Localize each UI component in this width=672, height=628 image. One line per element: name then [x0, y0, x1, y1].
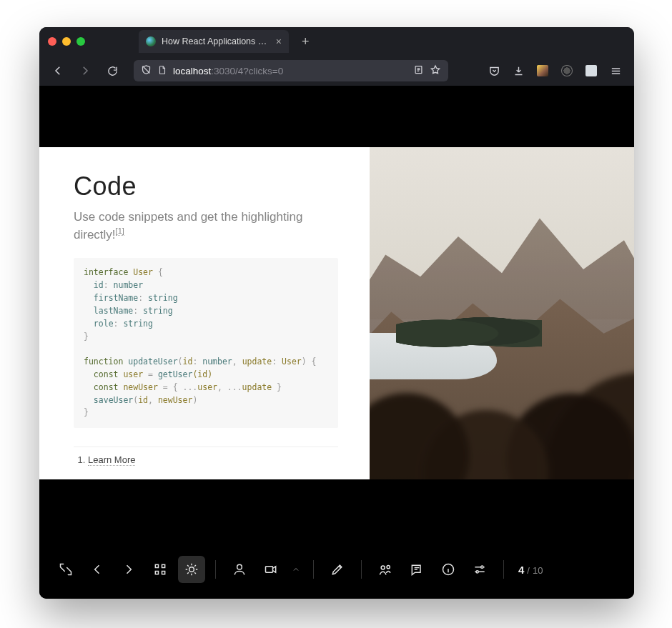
- browser-toolbar: localhost:3030/4?clicks=0: [39, 56, 634, 86]
- extension-icon-1[interactable]: [533, 61, 553, 81]
- separator: [215, 560, 216, 579]
- presenter-toolbar: 4 / 10: [39, 540, 634, 599]
- tab-close-button[interactable]: ×: [276, 36, 282, 46]
- svg-rect-1: [155, 564, 158, 567]
- slide-content: Code Use code snippets and get the highl…: [39, 147, 370, 479]
- reader-mode-icon[interactable]: [413, 64, 424, 77]
- toolbar-right: [484, 61, 626, 81]
- footnote-link[interactable]: Learn More: [88, 454, 135, 466]
- pocket-icon[interactable]: [484, 61, 504, 81]
- separator: [313, 560, 314, 579]
- fullscreen-button[interactable]: [52, 556, 79, 583]
- overview-button[interactable]: [147, 556, 174, 583]
- slide-title: Code: [74, 171, 338, 201]
- reload-button[interactable]: [102, 61, 122, 81]
- forward-button[interactable]: [75, 61, 95, 81]
- record-button[interactable]: [257, 556, 285, 583]
- window-maximize-button[interactable]: [76, 37, 85, 46]
- presenter-button[interactable]: [226, 556, 253, 583]
- info-button[interactable]: [435, 556, 462, 583]
- record-menu-caret[interactable]: [289, 565, 303, 574]
- code-block: interface User { id: number firstName: s…: [74, 258, 338, 428]
- site-info-icon[interactable]: [157, 65, 167, 77]
- extension-icon-3[interactable]: [581, 61, 601, 81]
- tab-title: How React Applications Get Hac: [162, 36, 270, 46]
- svg-rect-7: [266, 567, 273, 572]
- footnote-ref[interactable]: [1]: [116, 226, 124, 236]
- svg-rect-3: [155, 572, 158, 574]
- svg-point-8: [381, 566, 385, 569]
- next-slide-button[interactable]: [115, 556, 142, 583]
- new-tab-button[interactable]: +: [302, 34, 310, 49]
- share-button[interactable]: [372, 556, 399, 583]
- slide-counter: 4 / 10: [518, 564, 543, 576]
- slide: Code Use code snippets and get the highl…: [39, 147, 634, 479]
- viewport: Code Use code snippets and get the highl…: [39, 86, 634, 540]
- titlebar: How React Applications Get Hac × +: [39, 27, 634, 56]
- bookmark-icon[interactable]: [430, 64, 441, 78]
- extension-icon-2[interactable]: [557, 61, 577, 81]
- draw-button[interactable]: [324, 556, 351, 583]
- svg-point-12: [476, 571, 478, 573]
- window-close-button[interactable]: [48, 37, 56, 46]
- footnotes: Learn More: [74, 447, 338, 465]
- total-slides: 10: [533, 565, 543, 576]
- svg-rect-4: [162, 572, 165, 574]
- window-controls: [48, 37, 85, 46]
- separator: [503, 560, 504, 579]
- slide-subtitle: Use code snippets and get the highlighti…: [74, 209, 338, 244]
- footnote-item: Learn More: [88, 454, 338, 465]
- settings-button[interactable]: [466, 556, 493, 583]
- svg-rect-2: [162, 564, 165, 567]
- slide-image: [370, 147, 634, 479]
- back-button[interactable]: [48, 61, 68, 81]
- downloads-icon[interactable]: [508, 61, 528, 81]
- tab-favicon: [146, 36, 156, 46]
- landscape-image: [370, 147, 634, 479]
- url-text: localhost:3030/4?clicks=0: [173, 66, 407, 76]
- separator: [361, 560, 362, 579]
- tracking-protection-icon[interactable]: [141, 64, 152, 77]
- notes-button[interactable]: [403, 556, 430, 583]
- current-slide: 4: [518, 564, 524, 576]
- svg-point-6: [237, 564, 242, 569]
- address-bar[interactable]: localhost:3030/4?clicks=0: [134, 60, 448, 81]
- svg-point-9: [387, 566, 390, 569]
- svg-point-5: [189, 567, 194, 572]
- browser-tab[interactable]: How React Applications Get Hac ×: [139, 30, 289, 53]
- window-minimize-button[interactable]: [62, 37, 71, 46]
- browser-window: How React Applications Get Hac × + local…: [39, 27, 634, 599]
- svg-point-11: [481, 566, 483, 568]
- prev-slide-button[interactable]: [84, 556, 111, 583]
- app-menu-button[interactable]: [606, 61, 626, 81]
- theme-toggle-button[interactable]: [178, 556, 205, 583]
